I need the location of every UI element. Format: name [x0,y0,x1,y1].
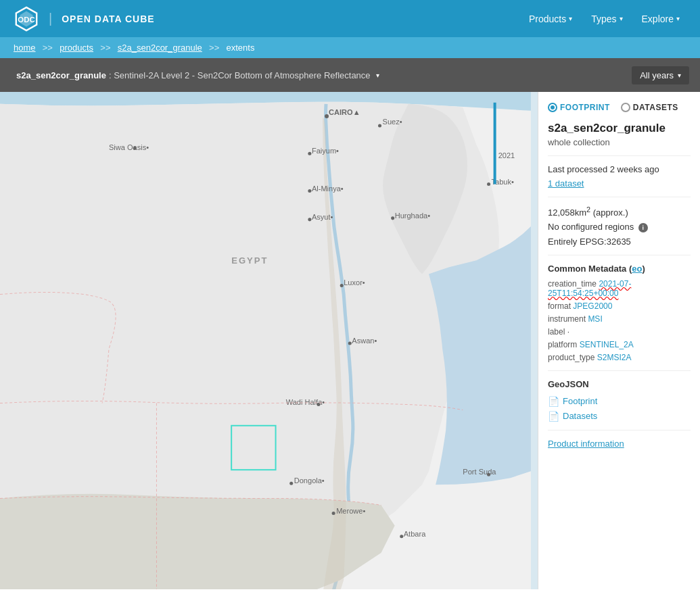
product-selector[interactable]: s2a_sen2cor_granule : Sentinel-2A Level … [11,68,624,83]
svg-text:Wadi Halfa•: Wadi Halfa• [286,398,325,406]
sidebar: FOOTPRINT DATASETS s2a_sen2cor_granule w… [538,92,700,589]
logo-separator: | [49,11,52,26]
years-dropdown-arrow: ▾ [678,72,681,79]
svg-text:Luxor•: Luxor• [344,278,365,287]
info-icon: i [638,223,648,232]
svg-text:Merowe•: Merowe• [336,507,365,515]
product-name: s2a_sen2cor_granule [16,70,106,80]
geojson-links: 📄 Footprint 📄 Datasets [548,396,691,422]
metadata-row-product-type: product_type S2MSI2A [548,353,691,362]
metadata-row-instrument: instrument MSI [548,314,691,324]
svg-point-21 [340,284,344,287]
svg-text:Aswan•: Aswan• [352,337,377,345]
product-information-link[interactable]: Product information [548,439,624,449]
footprint-label: FOOTPRINT [560,103,610,112]
last-processed: Last processed 2 weeks ago [548,164,691,174]
metadata-row-label: label · [548,327,691,337]
eo-link[interactable]: eo [632,264,642,274]
svg-point-14 [487,182,490,186]
svg-text:Dongola•: Dongola• [294,476,325,485]
svg-text:CAIRO▲: CAIRO▲ [329,108,360,116]
nav-types-button[interactable]: Types ▾ [584,9,629,28]
metadata-row-format: format JPEG2000 [548,301,691,311]
nav-products-button[interactable]: Products ▾ [522,9,579,28]
svg-text:Hurghada•: Hurghada• [395,212,431,220]
svg-text:Port Suda: Port Suda [463,468,496,476]
years-label: All years [640,70,674,80]
svg-text:EGYPT: EGYPT [231,255,268,266]
datasets-radio-label[interactable]: DATASETS [621,103,678,112]
svg-text:ODC: ODC [18,15,34,23]
dataset-count-link[interactable]: 1 dataset [548,178,584,189]
metadata-row-creation-time: creation_time 2021-07-25T11:54:25+00:00 [548,279,691,298]
logo-icon: ODC [14,6,39,32]
products-dropdown-arrow: ▾ [569,15,572,22]
area-info: 12,058km2 (approx.) [548,205,691,218]
explore-dropdown-arrow: ▾ [676,15,680,22]
svg-point-16 [308,218,311,221]
svg-point-33 [400,535,403,538]
svg-text:Atbara: Atbara [404,530,426,538]
sidebar-title: s2a_sen2cor_granule [548,122,691,135]
svg-text:Al-Minya•: Al-Minya• [312,184,344,193]
map-svg: CAIRO▲ Suez• Siwa Oasis• Faiyum• Al-Miny… [0,92,538,589]
datasets-label: DATASETS [633,103,678,112]
footprint-radio-label[interactable]: FOOTPRINT [548,103,610,112]
datasets-doc-icon: 📄 [548,411,559,422]
types-dropdown-arrow: ▾ [620,15,623,22]
svg-rect-36 [494,103,496,184]
product-dropdown-arrow: ▾ [376,72,379,79]
sidebar-divider-1 [548,155,691,156]
svg-text:2021: 2021 [498,151,515,159]
main-content: CAIRO▲ Suez• Siwa Oasis• Faiyum• Al-Miny… [0,92,700,589]
footprint-doc-icon: 📄 [548,396,559,407]
breadcrumb-dataset[interactable]: s2a_sen2cor_granule [118,43,202,53]
svg-point-12 [308,189,311,193]
svg-text:Faiyum•: Faiyum• [312,147,339,155]
dataset-count: 1 dataset [548,178,691,189]
nav-links: Products ▾ Types ▾ Explore ▾ [522,9,686,28]
top-navigation: ODC | OPEN DATA CUBE Products ▾ Types ▾ … [0,0,700,37]
common-metadata-heading: Common Metadata (eo) [548,264,691,274]
logo-area: ODC | OPEN DATA CUBE [14,6,155,32]
svg-text:Asyut•: Asyut• [312,213,333,221]
svg-text:Suez•: Suez• [383,118,402,126]
svg-point-6 [378,124,381,127]
datasets-geojson-link[interactable]: 📄 Datasets [548,411,691,422]
breadcrumb-home[interactable]: home [14,43,36,53]
breadcrumb-products[interactable]: products [60,43,93,53]
filter-bar: s2a_sen2cor_granule : Sentinel-2A Level … [0,58,700,92]
nav-explore-button[interactable]: Explore ▾ [635,9,686,28]
svg-point-10 [308,152,311,155]
metadata-row-platform: platform SENTINEL_2A [548,340,691,349]
sidebar-divider-5 [548,430,691,430]
metadata-list: creation_time 2021-07-25T11:54:25+00:00 … [548,279,691,362]
product-description: : Sentinel-2A Level 2 - Sen2Cor Bottom o… [109,70,371,80]
svg-point-18 [391,216,394,220]
epsg-info: Entirely EPSG:32635 [548,237,691,247]
footprint-radio-dot [548,103,557,112]
svg-point-23 [348,342,352,345]
datasets-radio-dot [621,103,630,112]
map-area[interactable]: CAIRO▲ Suez• Siwa Oasis• Faiyum• Al-Miny… [0,92,538,589]
footprint-geojson-link[interactable]: 📄 Footprint [548,396,691,407]
sidebar-divider-4 [548,370,691,371]
sidebar-divider-3 [548,255,691,255]
view-toggle-group: FOOTPRINT DATASETS [548,103,691,112]
geojson-heading: GeoJSON [548,379,691,389]
breadcrumb: home >> products >> s2a_sen2cor_granule … [0,37,700,58]
sidebar-subtitle: whole collection [548,137,691,147]
breadcrumb-current: extents [226,43,254,53]
regions-info: No configured regions i [548,222,691,232]
logo-text: OPEN DATA CUBE [62,14,154,24]
years-filter-button[interactable]: All years ▾ [632,66,689,84]
sidebar-divider-2 [548,197,691,197]
svg-point-31 [332,512,335,515]
svg-point-29 [289,482,293,485]
svg-text:Siwa Oasis•: Siwa Oasis• [109,143,149,151]
